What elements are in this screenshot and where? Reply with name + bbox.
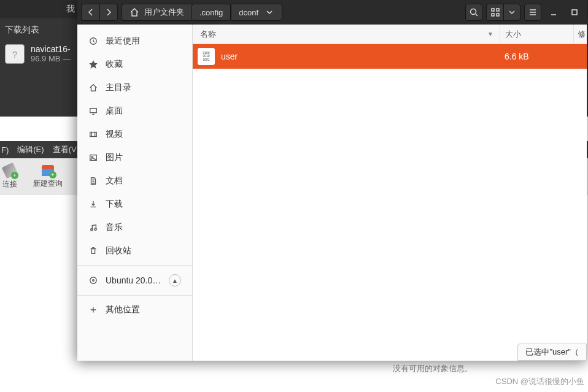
- home-icon: [88, 83, 98, 93]
- path-seg-config[interactable]: .config: [191, 4, 231, 21]
- column-modified[interactable]: 修: [573, 25, 587, 44]
- home-icon: [130, 7, 139, 17]
- music-icon: [88, 223, 98, 233]
- column-name[interactable]: 名称▼: [193, 29, 500, 40]
- toolbar-connect[interactable]: + 连接: [2, 164, 17, 190]
- menu-edit[interactable]: 编辑(E): [17, 144, 44, 155]
- video-icon: [88, 129, 98, 139]
- svg-rect-4: [497, 13, 499, 16]
- sidebar-separator: [77, 295, 192, 296]
- file-size: 6.6 kB: [500, 52, 573, 61]
- column-headers: 名称▼ 大小 修: [193, 25, 587, 44]
- disk-icon: [88, 275, 98, 285]
- svg-point-11: [91, 229, 93, 231]
- search-button[interactable]: [465, 4, 482, 21]
- path-bar: 用户文件夹 .config dconf: [122, 4, 282, 21]
- svg-point-0: [471, 9, 476, 15]
- path-seg-dconf[interactable]: dconf: [231, 4, 282, 21]
- star-icon: [88, 60, 98, 69]
- file-list-pane: 名称▼ 大小 修 010000101001 user 6.6 kB: [193, 25, 587, 361]
- chevron-down-icon: [507, 7, 517, 17]
- sidebar-item-desktop[interactable]: 桌面: [77, 99, 192, 123]
- maximize-button[interactable]: [566, 4, 583, 21]
- titlebar: 用户文件夹 .config dconf: [77, 0, 587, 25]
- sidebar-item-downloads[interactable]: 下载: [77, 193, 192, 216]
- toolbar-new-query[interactable]: + 新建查询: [33, 165, 63, 189]
- plus-icon: [88, 305, 98, 315]
- trash-icon: [88, 246, 98, 256]
- download-name: navicat16-: [31, 44, 71, 54]
- menu-view[interactable]: 查看(V): [53, 144, 79, 155]
- svg-rect-8: [90, 133, 97, 137]
- sidebar-item-starred[interactable]: 收藏: [77, 53, 192, 76]
- svg-rect-5: [572, 10, 577, 15]
- svg-rect-1: [492, 9, 494, 11]
- search-icon: [469, 7, 479, 17]
- desktop-icon: [88, 106, 98, 116]
- file-row[interactable]: 010000101001 user 6.6 kB: [193, 44, 587, 69]
- sidebar-item-recent[interactable]: 最近使用: [77, 29, 192, 53]
- status-bar: 已选中"user"（: [517, 344, 587, 361]
- file-unknown-icon: ?: [5, 44, 25, 64]
- sidebar-item-pictures[interactable]: 图片: [77, 146, 192, 169]
- sidebar-item-music[interactable]: 音乐: [77, 216, 192, 239]
- pictures-icon: [88, 153, 98, 163]
- view-options-button[interactable]: [503, 4, 520, 21]
- column-size[interactable]: 大小: [500, 25, 573, 44]
- download-icon: [88, 199, 98, 209]
- download-size: 96.9 MB —: [31, 54, 71, 63]
- menu-file[interactable]: F): [1, 145, 9, 155]
- file-name: user: [221, 52, 500, 61]
- svg-rect-7: [90, 109, 97, 113]
- sidebar-item-videos[interactable]: 视频: [77, 123, 192, 146]
- sidebar-separator: [77, 265, 192, 266]
- sort-indicator-icon: ▼: [487, 31, 493, 37]
- sidebar-item-trash[interactable]: 回收站: [77, 239, 192, 263]
- hamburger-icon: [528, 7, 538, 17]
- file-manager-window: 用户文件夹 .config dconf 最近使用 收藏 主目录 桌面 视频 图片…: [77, 0, 587, 361]
- svg-point-14: [93, 280, 95, 282]
- sidebar: 最近使用 收藏 主目录 桌面 视频 图片 文档 下载 音乐 回收站 Ubuntu…: [77, 25, 193, 361]
- nav-forward-button[interactable]: [99, 4, 118, 21]
- path-home[interactable]: 用户文件夹: [122, 4, 191, 21]
- svg-rect-2: [497, 9, 499, 11]
- eject-icon[interactable]: ▲: [169, 274, 181, 286]
- chevron-down-icon: [265, 7, 274, 17]
- grid-icon: [490, 7, 500, 17]
- sidebar-item-documents[interactable]: 文档: [77, 169, 192, 193]
- binary-file-icon: 010000101001: [198, 48, 215, 65]
- watermark: CSDN @说话很慢的小鱼: [495, 376, 584, 387]
- minimize-button[interactable]: [545, 4, 562, 21]
- sidebar-item-other[interactable]: 其他位置: [77, 298, 192, 321]
- svg-point-12: [95, 228, 97, 231]
- no-object-info: 没有可用的对象信息。: [393, 363, 473, 374]
- plus-badge-icon: +: [49, 171, 56, 179]
- clock-icon: [88, 36, 98, 46]
- svg-point-13: [90, 277, 97, 284]
- sidebar-item-home[interactable]: 主目录: [77, 76, 192, 99]
- view-grid-button[interactable]: [486, 4, 503, 21]
- documents-icon: [88, 176, 98, 186]
- hamburger-menu-button[interactable]: [524, 4, 541, 21]
- plus-badge-icon: +: [11, 172, 18, 179]
- nav-back-button[interactable]: [81, 4, 99, 21]
- sidebar-item-disk[interactable]: Ubuntu 20.0…▲: [77, 268, 192, 293]
- svg-rect-3: [492, 13, 494, 16]
